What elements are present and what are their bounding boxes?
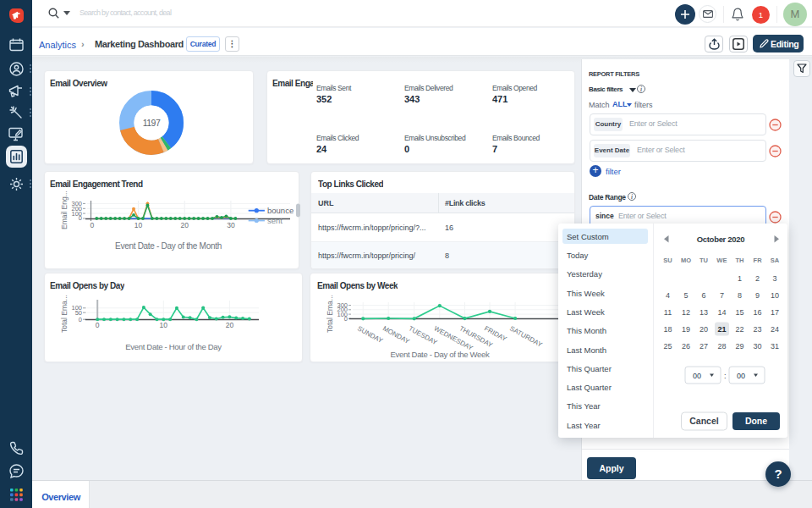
- svg-text:23: 23: [754, 325, 762, 334]
- svg-text:00: 00: [737, 372, 745, 380]
- svg-text:1197: 1197: [143, 118, 161, 128]
- svg-text:SU: SU: [663, 257, 672, 264]
- svg-text:6: 6: [701, 291, 705, 300]
- svg-text:MO: MO: [681, 257, 691, 264]
- svg-text:24: 24: [771, 325, 779, 334]
- svg-text:Event Date - Hour of the Day: Event Date - Hour of the Day: [125, 342, 222, 351]
- svg-text:10: 10: [771, 291, 779, 300]
- svg-text:Total Ema...: Total Ema...: [326, 295, 334, 333]
- svg-text:3: 3: [772, 274, 776, 283]
- svg-text:12: 12: [682, 308, 690, 317]
- svg-text:11: 11: [664, 308, 672, 317]
- svg-text:19: 19: [682, 325, 690, 334]
- svg-text:20: 20: [180, 221, 189, 229]
- svg-text:bounce: bounce: [267, 206, 294, 215]
- svg-text:22: 22: [735, 325, 743, 334]
- svg-text:2: 2: [755, 274, 760, 283]
- svg-text:9: 9: [755, 291, 760, 300]
- svg-text:17: 17: [771, 308, 779, 317]
- svg-text:10: 10: [134, 221, 143, 229]
- svg-text:October 2020: October 2020: [697, 235, 745, 244]
- svg-text:1: 1: [738, 274, 742, 283]
- svg-text:28: 28: [717, 342, 726, 351]
- svg-text:WE: WE: [716, 257, 727, 264]
- svg-text:26: 26: [682, 342, 690, 351]
- svg-text:sent: sent: [267, 216, 283, 225]
- svg-text:00: 00: [693, 372, 701, 380]
- svg-text:0: 0: [90, 221, 94, 229]
- svg-text:15: 15: [735, 308, 743, 317]
- svg-text:Event Date - Day of the Month: Event Date - Day of the Month: [115, 241, 222, 251]
- svg-text:SATURDAY: SATURDAY: [508, 324, 544, 349]
- svg-text:20: 20: [700, 325, 708, 334]
- svg-text:5: 5: [683, 291, 688, 300]
- svg-text:MONDAY: MONDAY: [381, 324, 411, 345]
- svg-text:Total Ema...: Total Ema...: [60, 295, 69, 333]
- svg-text:7: 7: [720, 291, 724, 300]
- svg-text:Cancel: Cancel: [689, 416, 719, 426]
- svg-text:25: 25: [663, 342, 672, 351]
- svg-text:TU: TU: [700, 257, 708, 264]
- svg-text:13: 13: [700, 308, 708, 317]
- svg-text:FR: FR: [754, 257, 763, 264]
- svg-text:TH: TH: [736, 257, 744, 264]
- svg-text:18: 18: [663, 325, 672, 334]
- svg-text::: :: [724, 372, 727, 380]
- svg-text:SUNDAY: SUNDAY: [356, 324, 385, 345]
- svg-text:31: 31: [771, 342, 779, 351]
- svg-text:30: 30: [227, 221, 235, 229]
- svg-text:10: 10: [160, 321, 168, 329]
- svg-text:14: 14: [717, 308, 726, 317]
- svg-text:30: 30: [754, 342, 762, 351]
- svg-text:Event Date - Day of the Week: Event Date - Day of the Week: [390, 350, 490, 359]
- svg-text:29: 29: [735, 342, 743, 351]
- svg-text:20: 20: [226, 321, 234, 329]
- svg-text:4: 4: [666, 291, 670, 300]
- svg-text:0: 0: [79, 214, 82, 222]
- svg-text:SA: SA: [771, 257, 780, 264]
- svg-text:Email Eng...: Email Eng...: [60, 190, 69, 229]
- svg-text:0: 0: [96, 321, 100, 329]
- svg-text:8: 8: [738, 291, 742, 300]
- svg-text:27: 27: [700, 342, 708, 351]
- svg-text:Done: Done: [745, 416, 767, 426]
- svg-text:21: 21: [717, 325, 726, 334]
- svg-text:0: 0: [79, 316, 82, 323]
- svg-text:16: 16: [754, 308, 762, 317]
- svg-text:0: 0: [344, 315, 348, 323]
